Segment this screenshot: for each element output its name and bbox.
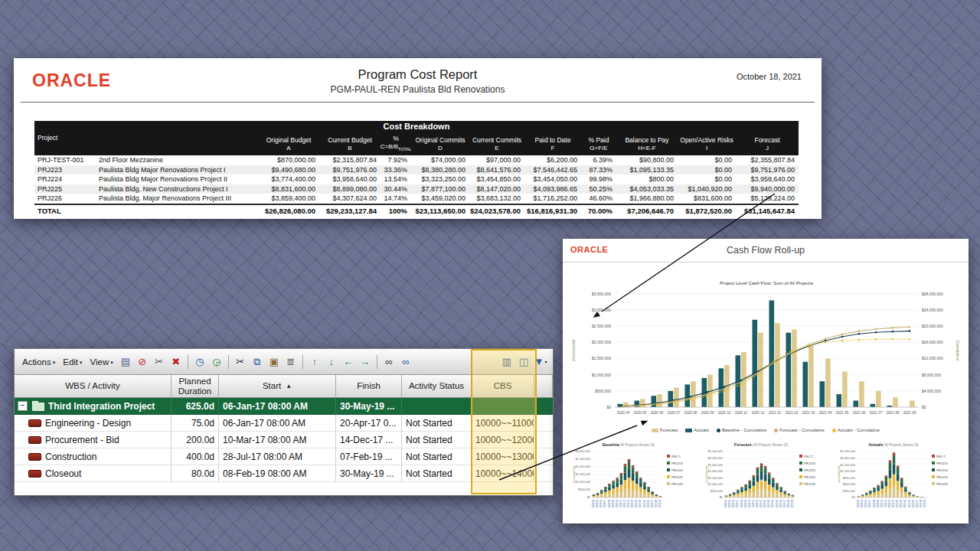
cost-value: $8,831,600.00 xyxy=(258,184,319,194)
svg-text:$500,000: $500,000 xyxy=(578,487,591,491)
svg-text:2021 02: 2021 02 xyxy=(786,411,799,415)
activity-status: Not Started xyxy=(402,432,472,448)
cut-icon[interactable]: ✂ xyxy=(233,354,248,370)
move-right-icon[interactable]: → xyxy=(358,354,373,370)
cost-col-header: %C=B/BTOTAL xyxy=(381,132,411,155)
project-cash-flow-chart: Project Level Cash Flow: Sum of All Proj… xyxy=(566,263,965,425)
finish-date: 30-May-19 ... xyxy=(336,398,402,415)
activity-name: Construction xyxy=(45,452,96,462)
project-name: Paulista Bldg Major Renovations Project … xyxy=(97,165,258,175)
progress-icon[interactable]: ◶ xyxy=(209,354,224,370)
toolbar-separator xyxy=(228,355,229,369)
svg-text:$500,000: $500,000 xyxy=(595,389,611,393)
total-value: $26,826,080.00 xyxy=(258,205,319,217)
finish-date: 07-Feb-19 ... xyxy=(336,448,402,465)
wbs-table-row[interactable]: Procurement - Bid 200.0d 10-Mar-17 08:00… xyxy=(15,432,553,448)
wbs-activity-table-window: Actions▾Edit▾View▾▤⊘✂✖◷◶✂⧉▣≣↑↓←→∞∞▥◫▼▾ W… xyxy=(14,348,554,496)
svg-text:$600,000: $600,000 xyxy=(843,482,856,486)
legend-swatch xyxy=(717,429,720,432)
svg-text:2021 03: 2021 03 xyxy=(635,500,638,508)
wbs-col-header-planned-duration[interactable]: Planned Duration xyxy=(172,375,219,398)
menu-actions[interactable]: Actions▾ xyxy=(18,355,59,369)
cost-value: $800.00 xyxy=(616,174,678,184)
svg-text:Incremental: Incremental xyxy=(571,339,576,361)
svg-text:PRJ223: PRJ223 xyxy=(671,461,684,465)
actuals-mini-chart: Actuals All Projects Shown (5)$2,100,000… xyxy=(834,439,962,517)
activity-icon xyxy=(28,419,41,427)
svg-text:PRJ224: PRJ224 xyxy=(671,468,684,472)
move-up-icon[interactable]: ↑ xyxy=(307,354,322,370)
wbs-table-row[interactable]: −Third Integration Project 625.0d 06-Jan… xyxy=(15,398,553,415)
svg-text:PRJ225: PRJ225 xyxy=(671,475,684,479)
project-code: PRJ223 xyxy=(34,165,97,175)
copy-icon[interactable]: ⧉ xyxy=(250,354,265,370)
svg-text:PRJ225: PRJ225 xyxy=(804,475,816,479)
filter-icon[interactable]: ▼▾ xyxy=(533,354,548,370)
schedule-icon[interactable]: ◷ xyxy=(192,354,207,370)
cost-value: $9,490,680.00 xyxy=(258,165,319,175)
wbs-col-header-cbs[interactable]: CBS xyxy=(472,375,534,398)
wbs-table-row[interactable]: Closeout 80.0d 08-Feb-19 08:00 AM 30-May… xyxy=(15,465,553,482)
svg-text:2020 07: 2020 07 xyxy=(868,500,871,508)
svg-text:$2,000,000: $2,000,000 xyxy=(576,465,591,468)
cash-flow-rollup-window: ORACLE Cash Flow Roll-up Project Level C… xyxy=(563,239,969,523)
menu-view[interactable]: View▾ xyxy=(87,355,117,369)
cost-value: $7,877,100.00 xyxy=(411,184,469,194)
move-down-icon[interactable]: ↓ xyxy=(324,354,339,370)
svg-text:2021 03: 2021 03 xyxy=(900,500,903,508)
legend-item: Forecast xyxy=(652,428,678,432)
cancel-icon[interactable]: ⊘ xyxy=(135,354,150,370)
columns-icon[interactable]: ▥ xyxy=(499,354,514,370)
menu-edit[interactable]: Edit▾ xyxy=(59,355,86,369)
fill-down-icon[interactable]: ≣ xyxy=(283,354,299,370)
search-replace-icon[interactable]: ∞ xyxy=(398,354,413,370)
wbs-table-row[interactable]: Construction 400.0d 28-Jul-17 08:00 AM 0… xyxy=(15,448,553,465)
delete-icon[interactable]: ✖ xyxy=(168,354,184,370)
cost-value: $1,040,920.00 xyxy=(678,184,736,194)
legend-swatch xyxy=(832,429,836,432)
svg-text:2020 11: 2020 11 xyxy=(735,411,748,415)
wbs-col-header-wbs-activity[interactable]: WBS / Activity xyxy=(15,375,172,398)
wbs-col-header-finish[interactable]: Finish xyxy=(336,375,402,398)
project-code: PRJ-TEST-001 xyxy=(34,155,97,165)
svg-text:$0: $0 xyxy=(852,495,856,499)
total-value: $16,816,931.30 xyxy=(524,205,581,217)
wbs-col-header-activity-status[interactable]: Activity Status xyxy=(402,375,472,398)
svg-text:2020 10: 2020 10 xyxy=(616,500,619,508)
svg-text:$3,500,000: $3,500,000 xyxy=(592,292,611,296)
chevron-down-icon: ▾ xyxy=(110,360,113,365)
svg-text:2020 09: 2020 09 xyxy=(877,500,880,508)
wbs-table-row[interactable]: Engineering - Design 75.0d 06-Jan-17 08:… xyxy=(15,415,553,432)
activity-name: Procurement - Bid xyxy=(45,435,119,445)
cost-value: $8,899,080.00 xyxy=(319,184,381,194)
cost-value: $74,000.00 xyxy=(411,155,469,165)
cost-value: $0.00 xyxy=(678,174,736,184)
svg-text:2020 08: 2020 08 xyxy=(873,500,876,508)
svg-text:$8,000,000: $8,000,000 xyxy=(922,373,941,377)
svg-text:2020 04: 2020 04 xyxy=(857,500,860,508)
cost-col-header: Project xyxy=(34,132,258,155)
svg-text:Incremental: Incremental xyxy=(572,465,576,483)
svg-text:$1,000,000: $1,000,000 xyxy=(592,373,611,377)
start-date: 06-Jan-17 08:00 AM xyxy=(219,415,336,432)
planned-duration: 75.0d xyxy=(172,415,219,432)
collapse-icon[interactable]: − xyxy=(18,401,28,411)
save-icon[interactable]: ▤ xyxy=(118,354,133,370)
svg-text:2021 08: 2021 08 xyxy=(887,411,900,415)
cut-row-icon[interactable]: ✂ xyxy=(152,354,167,370)
legend-item: Forecast - Cumulative xyxy=(774,428,825,432)
svg-text:2021 02: 2021 02 xyxy=(896,500,899,508)
svg-text:$3,000,000: $3,000,000 xyxy=(708,456,724,460)
svg-text:2020 12: 2020 12 xyxy=(623,500,626,508)
find-icon[interactable]: ∞ xyxy=(381,354,397,370)
layout-icon[interactable]: ◫ xyxy=(516,354,531,370)
paste-icon[interactable]: ▣ xyxy=(266,354,282,370)
svg-text:$28,000,000: $28,000,000 xyxy=(922,292,943,296)
move-left-icon[interactable]: ← xyxy=(341,354,356,370)
project-name: Paulista Bldg. Major Renovations Project… xyxy=(97,194,258,204)
svg-text:2021 01: 2021 01 xyxy=(769,411,782,415)
toolbar: Actions▾Edit▾View▾▤⊘✂✖◷◶✂⧉▣≣↑↓←→∞∞▥◫▼▾ xyxy=(15,349,553,375)
svg-text:$24,000,000: $24,000,000 xyxy=(922,308,943,312)
wbs-col-header-start[interactable]: Start▲ xyxy=(219,375,336,398)
start-date: 08-Feb-19 08:00 AM xyxy=(219,465,336,482)
